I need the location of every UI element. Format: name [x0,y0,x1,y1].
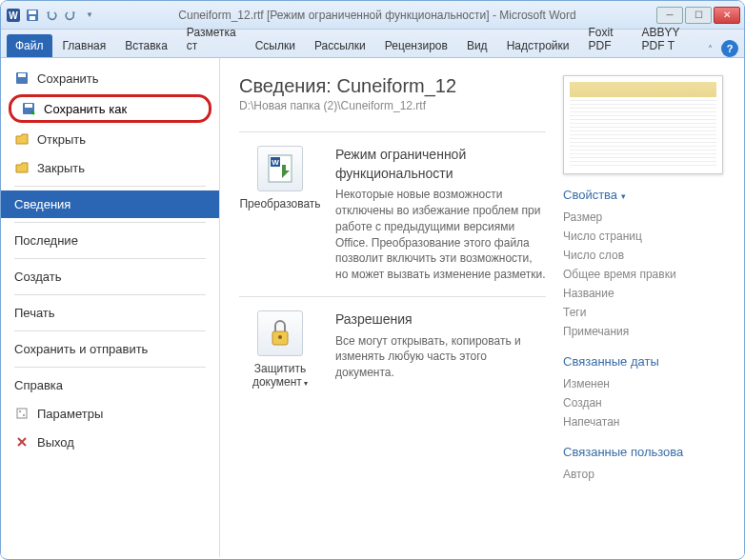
sidebar-item-exit[interactable]: Выход [1,428,219,456]
sidebar-item-label: Выход [37,435,74,450]
separator [14,222,206,223]
backstage-content: Сведения: Cuneiform_12 D:\Новая папка (2… [220,58,744,557]
tab-abbyy[interactable]: ABBYY PDF T [634,21,700,57]
permissions-text: Разрешения Все могут открывать, копирова… [335,310,546,389]
close-button[interactable]: ✕ [714,7,740,24]
permissions-section: Защитить документ ▾ Разрешения Все могут… [239,296,546,402]
exit-icon [14,434,30,450]
svg-point-16 [278,335,282,339]
lock-icon [257,310,303,356]
sidebar-item-new[interactable]: Создать [1,263,219,290]
sidebar-item-close[interactable]: Закрыть [1,153,219,182]
ribbon-minimize-icon[interactable]: ˄ [702,41,717,56]
title-prefix: Сведения: [239,75,336,96]
protect-button[interactable]: Защитить документ ▾ [239,310,321,389]
folder-close-icon [14,160,30,175]
quick-access-toolbar: W ▼ [5,7,98,24]
page-title: Сведения: Cuneiform_12 [239,75,546,97]
section-body: Некоторые новые возможности отключены во… [335,187,546,283]
sidebar-item-label: Последние [14,233,78,248]
save-icon [14,70,30,86]
sidebar-item-label: Параметры [37,407,103,421]
separator [14,294,206,295]
separator [14,258,206,259]
properties-pane: Свойства ▾ Размер Число страниц Число сл… [563,75,725,540]
tab-insert[interactable]: Вставка [116,34,176,57]
sidebar-item-options[interactable]: Параметры [1,399,219,428]
tab-file[interactable]: Файл [7,34,52,57]
ribbon-tabs: Файл Главная Вставка Разметка ст Ссылки … [1,30,744,58]
sidebar-item-label: Сохранить и отправить [14,342,148,356]
document-thumbnail[interactable] [563,75,723,174]
prop-tags[interactable]: Теги [563,303,725,322]
tab-layout[interactable]: Разметка ст [178,21,245,57]
help-icon[interactable]: ? [721,40,738,57]
tab-addins[interactable]: Надстройки [498,34,578,57]
svg-rect-6 [18,73,26,77]
tab-view[interactable]: Вид [458,34,496,57]
info-main: Сведения: Cuneiform_12 D:\Новая папка (2… [239,75,546,540]
dates-heading: Связанные даты [563,354,725,369]
prop-title[interactable]: Название [563,284,725,303]
prop-words[interactable]: Число слов [563,246,725,265]
sidebar-item-open[interactable]: Открыть [1,125,219,153]
options-icon [14,406,30,421]
qat-dropdown-icon[interactable]: ▼ [81,7,98,24]
sidebar-item-label: Открыть [37,132,86,147]
sidebar-item-recent[interactable]: Последние [1,227,219,254]
button-label: Преобразовать [239,197,320,210]
backstage-sidebar: Сохранить Сохранить как Открыть Закрыть … [1,58,220,557]
sidebar-item-label: Сведения [14,197,70,211]
window-title: Cuneiform_12.rtf [Режим ограниченной фун… [98,9,656,22]
undo-icon[interactable] [43,7,60,24]
tab-mailings[interactable]: Рассылки [306,34,374,57]
tab-review[interactable]: Рецензиров [376,34,456,57]
properties-heading[interactable]: Свойства ▾ [563,188,725,202]
prop-author[interactable]: Автор [563,465,725,484]
sidebar-item-share[interactable]: Сохранить и отправить [1,335,219,363]
separator [14,330,206,331]
sidebar-item-help[interactable]: Справка [1,371,219,399]
sidebar-item-save[interactable]: Сохранить [1,64,219,92]
svg-text:W: W [272,158,279,167]
tab-references[interactable]: Ссылки [247,34,304,57]
prop-created[interactable]: Создан [563,393,725,412]
svg-point-10 [19,410,21,412]
svg-rect-8 [25,104,32,108]
button-label: Защитить документ [252,362,306,389]
prop-pages[interactable]: Число страниц [563,227,725,246]
save-icon[interactable] [24,7,41,24]
dropdown-arrow-icon: ▾ [302,379,308,388]
sidebar-item-label: Создать [14,270,61,284]
section-title: Разрешения [335,310,546,330]
prop-comments[interactable]: Примечания [563,322,725,341]
folder-open-icon [14,131,30,147]
sidebar-item-print[interactable]: Печать [1,299,219,327]
chevron-down-icon: ▾ [621,191,626,201]
sidebar-item-saveas[interactable]: Сохранить как [9,94,211,123]
prop-size[interactable]: Размер [563,208,725,227]
tab-foxit[interactable]: Foxit PDF [579,21,631,57]
convert-button[interactable]: W Преобразовать [239,146,321,283]
separator [14,186,206,187]
svg-rect-9 [17,409,27,418]
separator [14,367,206,368]
prop-printed[interactable]: Напечатан [563,412,725,431]
sidebar-item-label: Печать [14,306,55,320]
people-heading: Связанные пользова [563,445,725,459]
sidebar-item-label: Закрыть [37,161,85,175]
svg-rect-4 [30,16,35,20]
redo-icon[interactable] [62,7,79,24]
title-docname: Cuneiform_12 [336,75,456,96]
sidebar-item-label: Сохранить [37,71,99,86]
tab-home[interactable]: Главная [54,34,115,57]
backstage-view: Сохранить Сохранить как Открыть Закрыть … [1,58,744,557]
word-app-icon[interactable]: W [5,7,22,24]
convert-icon: W [257,146,303,191]
document-path: D:\Новая папка (2)\Cuneiform_12.rtf [239,99,546,112]
prop-edit-time[interactable]: Общее время правки [563,265,725,284]
save-as-icon [21,101,36,116]
prop-modified[interactable]: Изменен [563,374,725,393]
sidebar-item-info[interactable]: Сведения [1,190,219,218]
section-body: Все могут открывать, копировать и изменя… [335,333,546,381]
